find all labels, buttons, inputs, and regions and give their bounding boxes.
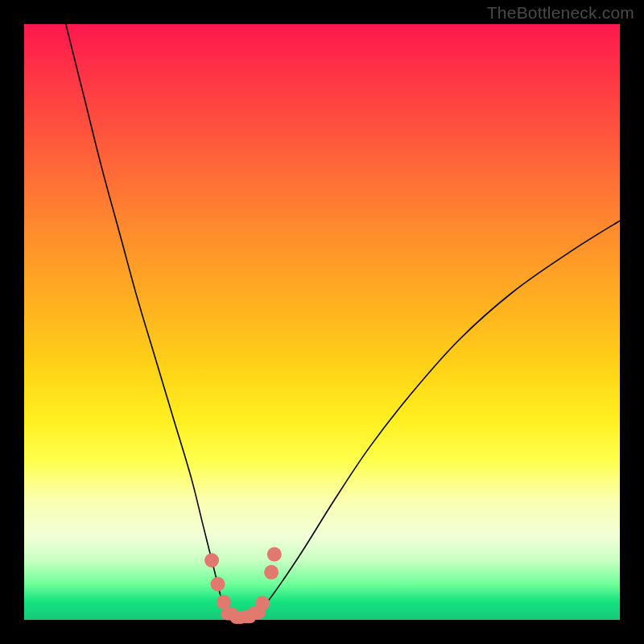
data-marker — [204, 553, 219, 568]
chart-frame: TheBottleneck.com — [0, 0, 644, 644]
curve-layer — [24, 24, 620, 620]
watermark-text: TheBottleneck.com — [487, 3, 634, 23]
data-marker — [255, 596, 270, 610]
curve-right-branch — [250, 221, 620, 617]
data-marker — [211, 577, 225, 592]
data-marker — [264, 565, 279, 580]
data-marker — [217, 595, 231, 609]
curve-left-branch — [66, 24, 233, 617]
marker-group — [204, 547, 282, 624]
plot-area — [24, 24, 620, 620]
data-marker — [267, 547, 282, 562]
